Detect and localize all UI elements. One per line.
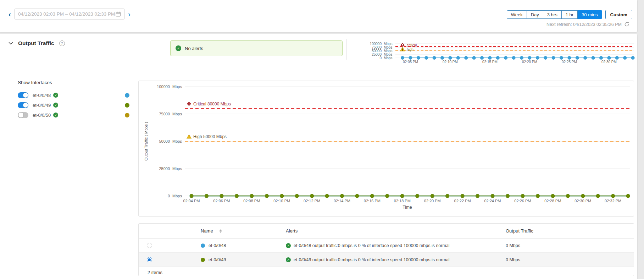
header-name-label: Name bbox=[201, 228, 213, 234]
svg-text:50000: 50000 bbox=[159, 139, 170, 143]
svg-text:Mbps: Mbps bbox=[384, 56, 392, 60]
svg-text:0: 0 bbox=[379, 56, 382, 60]
svg-text:02:26 PM: 02:26 PM bbox=[514, 199, 531, 203]
previous-range-button[interactable]: ‹ bbox=[9, 10, 11, 18]
interface-name: et-0/0/49 bbox=[209, 257, 226, 262]
interface-toggle-et-0-0-50[interactable] bbox=[18, 112, 28, 118]
svg-text:02:08 PM: 02:08 PM bbox=[243, 199, 260, 203]
interface-row: et-0/0/49 ✓ bbox=[18, 100, 132, 110]
output-traffic-value: 0 Mbps bbox=[468, 243, 634, 248]
svg-text:02:10 PM: 02:10 PM bbox=[443, 60, 458, 64]
interface-status-check-icon: ✓ bbox=[53, 113, 58, 117]
svg-text:100000: 100000 bbox=[370, 42, 382, 46]
interface-toggle-et-0-0-48[interactable] bbox=[18, 92, 28, 98]
top-bar: ‹ 04/12/2023 02:03 PM – 04/12/2023 02:33… bbox=[0, 0, 637, 32]
svg-text:Mbps: Mbps bbox=[172, 112, 182, 116]
svg-text:25000: 25000 bbox=[159, 166, 170, 171]
period-button-day[interactable]: Day bbox=[527, 10, 543, 19]
mini-traffic-chart: 0Mbps25000Mbps50000Mbps75000Mbps100000Mb… bbox=[362, 35, 637, 66]
header-alerts: Alerts bbox=[249, 228, 468, 234]
table-row[interactable]: et-0/0/49 ✓ et-0/0/49 output traffic:0 m… bbox=[139, 253, 634, 267]
svg-text:02:18 PM: 02:18 PM bbox=[394, 199, 411, 203]
svg-text:02:05 PM: 02:05 PM bbox=[403, 60, 418, 64]
interface-toggle-et-0-0-49[interactable] bbox=[18, 102, 28, 108]
toggle-knob bbox=[23, 103, 28, 108]
svg-text:02:20 PM: 02:20 PM bbox=[522, 60, 537, 64]
success-check-icon: ✓ bbox=[176, 45, 181, 51]
svg-text:critical: critical bbox=[407, 43, 417, 47]
interface-status-check-icon: ✓ bbox=[53, 103, 58, 108]
next-refresh: Next refresh: 04/12/2023 02:35:26 PM bbox=[546, 22, 629, 27]
next-refresh-text: Next refresh: 04/12/2023 02:35:26 PM bbox=[546, 22, 622, 27]
svg-text:high: high bbox=[407, 48, 413, 51]
date-range-picker: ‹ 04/12/2023 02:03 PM – 04/12/2023 02:33… bbox=[9, 9, 131, 20]
table-row[interactable]: et-0/0/48 ✓ et-0/0/48 output traffic:0 m… bbox=[139, 239, 634, 253]
svg-text:0: 0 bbox=[168, 194, 170, 198]
svg-text:Output Traffic ( Mbps ): Output Traffic ( Mbps ) bbox=[144, 122, 148, 160]
interface-label: et-0/0/48 bbox=[33, 93, 51, 98]
period-button-30mins[interactable]: 30 mins bbox=[578, 10, 602, 19]
no-alerts-text: No alerts bbox=[185, 46, 203, 51]
alert-text: et-0/0/48 output traffic:0 mbps is 0 % o… bbox=[294, 243, 450, 248]
page: ‹ 04/12/2023 02:03 PM – 04/12/2023 02:33… bbox=[0, 0, 644, 279]
show-interfaces-title: Show Interfaces bbox=[18, 80, 132, 86]
svg-text:Mbps: Mbps bbox=[384, 49, 392, 53]
normal-status-icon: ✓ bbox=[286, 243, 291, 248]
header-name[interactable]: Name bbox=[160, 228, 249, 234]
svg-text:02:06 PM: 02:06 PM bbox=[213, 199, 230, 203]
svg-text:02:25 PM: 02:25 PM bbox=[562, 60, 577, 64]
svg-text:02:20 PM: 02:20 PM bbox=[424, 199, 441, 203]
header-output-traffic: Output Traffic bbox=[468, 228, 634, 234]
output-traffic-chart-card: 0Mbps25000Mbps50000Mbps75000Mbps100000Mb… bbox=[138, 81, 634, 217]
svg-text:100000: 100000 bbox=[157, 84, 170, 89]
period-button-3hrs[interactable]: 3 hrs bbox=[543, 10, 562, 19]
section-title: Output Traffic bbox=[18, 40, 54, 46]
svg-text:02:14 PM: 02:14 PM bbox=[334, 199, 350, 203]
interface-status-check-icon: ✓ bbox=[53, 93, 58, 98]
interface-color-dot bbox=[125, 103, 129, 108]
svg-text:Critical 80000 Mbps: Critical 80000 Mbps bbox=[193, 102, 231, 106]
svg-text:25000: 25000 bbox=[372, 53, 382, 56]
svg-text:Mbps: Mbps bbox=[172, 166, 182, 171]
period-button-group: Week Day 3 hrs 1 hr 30 mins bbox=[507, 10, 602, 19]
custom-period-button[interactable]: Custom bbox=[605, 10, 632, 19]
svg-text:02:30 PM: 02:30 PM bbox=[601, 60, 617, 64]
row-select-radio[interactable] bbox=[147, 257, 152, 262]
interfaces-table: Name Alerts Output Traffic et-0/0/48 ✓ e… bbox=[138, 223, 634, 276]
collapse-chevron-icon[interactable] bbox=[9, 42, 13, 45]
interface-color-dot bbox=[125, 93, 129, 98]
table-header: Name Alerts Output Traffic bbox=[139, 224, 634, 239]
section-header: Output Traffic ? bbox=[9, 39, 65, 48]
alert-text: et-0/0/49 output traffic:0 mbps is 0 % o… bbox=[294, 257, 450, 262]
svg-text:75000: 75000 bbox=[372, 45, 382, 49]
svg-text:02:12 PM: 02:12 PM bbox=[304, 199, 320, 203]
next-range-button[interactable]: › bbox=[128, 10, 131, 18]
normal-status-icon: ✓ bbox=[286, 257, 291, 262]
output-traffic-chart: 0Mbps25000Mbps50000Mbps75000Mbps100000Mb… bbox=[139, 81, 634, 216]
svg-text:Mbps: Mbps bbox=[172, 139, 182, 143]
row-select-radio[interactable] bbox=[147, 243, 152, 248]
refresh-icon[interactable] bbox=[624, 22, 629, 27]
header-alerts-label: Alerts bbox=[286, 228, 298, 234]
svg-text:02:30 PM: 02:30 PM bbox=[574, 199, 591, 203]
date-range-input[interactable]: 04/12/2023 02:03 PM – 04/12/2023 02:33 P… bbox=[14, 9, 125, 20]
svg-text:Mbps: Mbps bbox=[384, 53, 392, 56]
help-icon[interactable]: ? bbox=[59, 40, 65, 46]
svg-text:02:28 PM: 02:28 PM bbox=[544, 199, 561, 203]
svg-text:Mbps: Mbps bbox=[384, 42, 392, 46]
show-interfaces-panel: Show Interfaces et-0/0/48 ✓ et-0/0/49 ✓ … bbox=[18, 80, 132, 120]
interface-name: et-0/0/48 bbox=[209, 243, 226, 248]
svg-text:Mbps: Mbps bbox=[172, 84, 182, 89]
svg-text:02:16 PM: 02:16 PM bbox=[364, 199, 381, 203]
sort-icon[interactable] bbox=[220, 229, 222, 233]
period-button-week[interactable]: Week bbox=[507, 10, 527, 19]
toggle-knob bbox=[18, 113, 23, 117]
interface-label: et-0/0/50 bbox=[33, 113, 51, 118]
no-alerts-banner: ✓ No alerts bbox=[170, 40, 343, 56]
svg-text:02:04 PM: 02:04 PM bbox=[183, 199, 200, 203]
svg-text:Mbps: Mbps bbox=[384, 45, 392, 49]
svg-text:Mbps: Mbps bbox=[172, 194, 182, 198]
svg-text:Time: Time bbox=[402, 205, 412, 210]
table-footer: 2 items bbox=[139, 267, 634, 276]
period-button-1hr[interactable]: 1 hr bbox=[562, 10, 578, 19]
